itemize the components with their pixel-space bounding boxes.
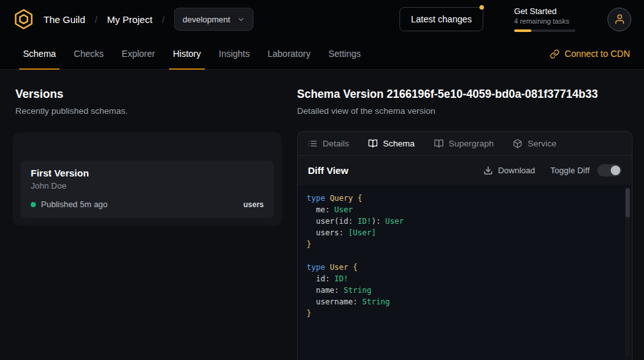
breadcrumb-project[interactable]: My Project [107,14,152,25]
list-icon [308,139,318,148]
detail-tab-details[interactable]: Details [308,139,349,148]
diff-header-row: Diff View Download Toggle Diff [298,156,632,185]
version-status-row: Published 5m ago users [31,200,264,209]
top-header: The Guild / My Project / development Lat… [0,0,644,38]
tab-label: Laboratory [268,49,310,59]
target-select[interactable]: development [174,8,253,31]
tab-label: Checks [74,49,104,59]
book-icon [368,139,378,148]
tab-schema[interactable]: Schema [14,38,65,69]
target-select-value: development [182,15,230,24]
service-badge: users [243,200,264,209]
code-scrollbar[interactable] [625,188,630,357]
detail-tab-label: Service [527,139,556,148]
tab-history[interactable]: History [164,38,210,69]
hive-logo-icon[interactable] [13,8,35,30]
main-nav: Schema Checks Explorer History Insights … [0,38,644,70]
version-detail-title: Schema Version 2166196f-5e10-4059-bd0a-0… [297,88,632,101]
link-icon [550,49,559,59]
connect-to-cdn-label: Connect to CDN [565,49,630,59]
detail-tab-bar: Details Schema Supergraph [298,132,632,156]
get-started-progress [514,29,576,32]
tab-checks[interactable]: Checks [65,38,113,69]
diff-view-title: Diff View [308,165,348,176]
get-started-widget[interactable]: Get Started 4 remaining tasks [514,6,576,32]
download-label: Download [498,166,535,175]
published-status-text: Published 5m ago [41,200,108,209]
toggle-diff-label: Toggle Diff [551,166,590,175]
package-icon [513,139,522,148]
book-icon [434,139,444,148]
tab-label: Explorer [122,49,155,59]
download-icon [483,166,493,175]
connect-to-cdn-button[interactable]: Connect to CDN [550,38,630,69]
version-detail-subtitle: Detailed view of the schema version [297,106,632,116]
code-scrollbar-thumb[interactable] [625,188,630,217]
diff-actions: Download Toggle Diff [483,164,622,176]
breadcrumb-separator: / [162,14,165,25]
code-block: type Query { me: User user(id: ID!): Use… [307,192,618,319]
published-status-dot [31,202,36,207]
tab-settings[interactable]: Settings [319,38,370,69]
schema-code-viewer[interactable]: type Query { me: User user(id: ID!): Use… [298,185,632,360]
tab-insights[interactable]: Insights [210,38,259,69]
version-detail-column: Schema Version 2166196f-5e10-4059-bd0a-0… [297,85,632,360]
versions-subtitle: Recently published schemas. [15,106,282,116]
detail-tab-supergraph[interactable]: Supergraph [434,139,494,148]
toggle-knob [611,166,620,175]
user-menu-button[interactable] [608,8,631,31]
versions-column: Versions Recently published schemas. Fir… [15,85,282,360]
tab-label: History [173,49,201,59]
latest-changes-button[interactable]: Latest changes [399,7,483,31]
toggle-diff-switch[interactable] [597,164,622,176]
user-icon [614,13,625,25]
content-area: Versions Recently published schemas. Fir… [0,70,644,360]
tab-explorer[interactable]: Explorer [113,38,164,69]
tab-label: Settings [328,49,361,59]
chevron-down-icon [237,15,245,24]
tab-laboratory[interactable]: Laboratory [259,38,319,69]
notification-dot [479,5,484,10]
detail-tab-service[interactable]: Service [513,139,556,148]
versions-title: Versions [15,88,282,101]
versions-card: First Version John Doe Published 5m ago … [13,132,282,226]
get-started-progress-fill [514,29,531,32]
tab-label: Insights [219,49,250,59]
version-detail-panel: Details Schema Supergraph [297,131,632,360]
latest-changes-label: Latest changes [411,14,472,24]
version-author: John Doe [31,181,264,191]
detail-tab-label: Supergraph [449,139,494,148]
version-list-item[interactable]: First Version John Doe Published 5m ago … [20,160,274,218]
detail-tab-label: Details [323,139,349,148]
toggle-diff-control: Toggle Diff [551,164,622,176]
breadcrumb-separator: / [95,14,97,25]
breadcrumb-org[interactable]: The Guild [44,14,85,25]
download-button[interactable]: Download [483,166,535,175]
tab-label: Schema [23,49,56,59]
detail-tab-label: Schema [383,139,415,148]
version-name: First Version [31,168,264,178]
get-started-title: Get Started [514,6,576,16]
get-started-subtitle: 4 remaining tasks [514,17,576,25]
detail-tab-schema[interactable]: Schema [368,139,415,148]
